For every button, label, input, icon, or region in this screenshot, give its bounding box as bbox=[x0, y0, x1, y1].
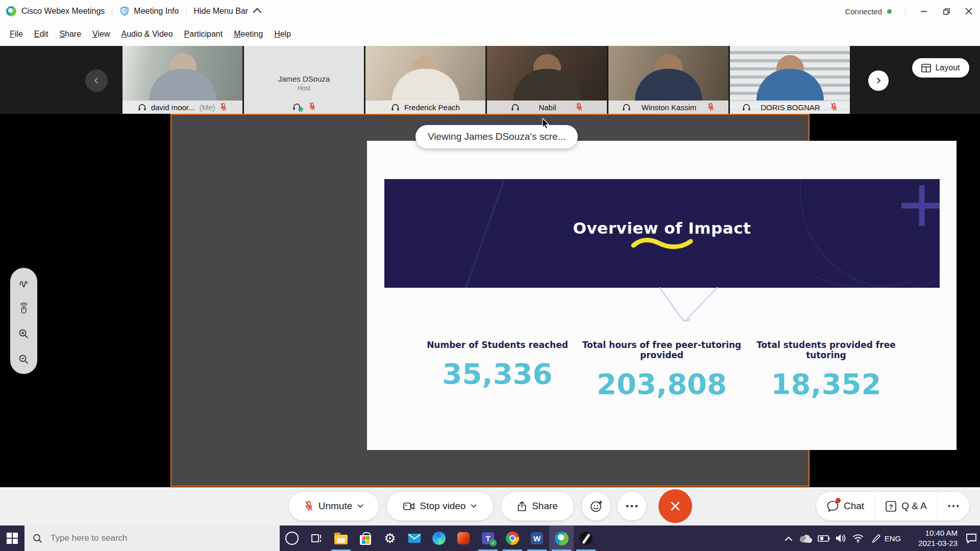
stop-video-button[interactable]: Stop video bbox=[386, 491, 494, 521]
mail-button[interactable] bbox=[402, 525, 427, 551]
stop-video-label: Stop video bbox=[420, 500, 466, 512]
reactions-button[interactable] bbox=[581, 491, 611, 521]
smiley-plus-icon bbox=[590, 500, 603, 513]
office-button[interactable] bbox=[451, 525, 476, 551]
menu-file[interactable]: File bbox=[4, 27, 29, 42]
chevron-down-icon bbox=[357, 504, 363, 508]
participant-tile-doris[interactable]: DORIS BOGNAR bbox=[730, 46, 850, 114]
participant-tile-david[interactable]: david moor... (Me) bbox=[122, 46, 242, 114]
participant-tile-james[interactable]: James DSouza Host bbox=[244, 46, 364, 114]
file-explorer-button[interactable] bbox=[329, 525, 353, 551]
onedrive-button[interactable] bbox=[797, 525, 815, 551]
menu-bar: File Edit Share View Audio & Video Parti… bbox=[0, 22, 980, 46]
restore-button[interactable] bbox=[935, 0, 958, 22]
presentation-slide: Overview of Impact Number of Students re… bbox=[367, 141, 957, 450]
search-input[interactable] bbox=[50, 533, 256, 544]
chevron-up-icon bbox=[785, 536, 792, 541]
menu-participant[interactable]: Participant bbox=[179, 27, 229, 42]
filmstrip-next-button[interactable] bbox=[868, 70, 889, 91]
remote-mouse-icon bbox=[18, 303, 29, 314]
settings-button[interactable]: ⚙ bbox=[378, 525, 402, 551]
menu-share[interactable]: Share bbox=[54, 27, 87, 42]
edge-button[interactable] bbox=[427, 525, 451, 551]
menu-view[interactable]: View bbox=[87, 27, 115, 42]
action-center-button[interactable] bbox=[963, 525, 980, 551]
shared-screen-region: Overview of Impact Number of Students re… bbox=[170, 114, 810, 487]
ellipsis-icon bbox=[626, 505, 638, 508]
menu-audio-video[interactable]: Audio & Video bbox=[115, 27, 178, 42]
participant-name: James DSouza bbox=[278, 74, 330, 83]
chrome-button[interactable] bbox=[500, 525, 525, 551]
share-icon bbox=[517, 501, 527, 512]
shared-screen-stage: Overview of Impact Number of Students re… bbox=[0, 114, 980, 487]
shield-icon bbox=[119, 6, 130, 16]
layout-grid-icon bbox=[921, 64, 931, 72]
volume-button[interactable] bbox=[832, 525, 849, 551]
leave-meeting-button[interactable] bbox=[658, 489, 692, 523]
participant-tile-winston[interactable]: Winston Kassim bbox=[608, 46, 728, 114]
tray-expand-button[interactable] bbox=[780, 525, 797, 551]
teams-button[interactable]: T ✓ bbox=[476, 525, 500, 551]
slide-decoration-lines bbox=[655, 287, 722, 323]
minimize-button[interactable] bbox=[913, 0, 935, 22]
stat-students-tutored: Total students provided free tutoring 18… bbox=[747, 340, 906, 400]
language-label: ENG bbox=[885, 534, 901, 543]
share-button[interactable]: Share bbox=[501, 491, 574, 521]
taskbar-clock[interactable]: 10:40 AM 2021-03-23 bbox=[909, 528, 958, 549]
menu-edit[interactable]: Edit bbox=[29, 27, 54, 42]
panel-buttons-group: Chat ? Q & A bbox=[816, 491, 970, 521]
webex-logo-icon bbox=[6, 6, 16, 16]
remote-control-button[interactable] bbox=[18, 302, 30, 314]
participant-tile-frederick[interactable]: Frederick Peach bbox=[365, 46, 485, 114]
zoom-in-button[interactable] bbox=[18, 328, 30, 340]
store-icon bbox=[360, 535, 371, 545]
more-options-button[interactable] bbox=[617, 491, 647, 521]
layout-label: Layout bbox=[935, 63, 960, 72]
date-label: 2021-03-23 bbox=[909, 538, 958, 548]
muted-mic-icon bbox=[304, 500, 313, 512]
word-icon: W bbox=[531, 532, 543, 544]
chrome-icon bbox=[506, 532, 519, 545]
layout-button[interactable]: Layout bbox=[912, 58, 969, 78]
qa-button[interactable]: ? Q & A bbox=[874, 492, 937, 520]
muted-mic-icon bbox=[830, 103, 838, 112]
chat-notification-dot bbox=[836, 498, 841, 503]
restore-icon bbox=[943, 8, 950, 15]
ink-app-button[interactable] bbox=[574, 525, 598, 551]
participant-name: Winston Kassim bbox=[642, 103, 697, 112]
headset-icon bbox=[742, 104, 751, 111]
pen-settings-button[interactable] bbox=[867, 525, 884, 551]
more-panels-button[interactable] bbox=[937, 492, 969, 520]
hide-menu-bar-button[interactable]: Hide Menu Bar bbox=[193, 7, 261, 16]
annotate-button[interactable] bbox=[18, 276, 30, 288]
share-label: Share bbox=[532, 500, 558, 512]
windows-taskbar: ⚙ T ✓ W bbox=[0, 525, 980, 551]
viewing-screen-banner: Viewing James DSouza's scre... bbox=[415, 125, 578, 148]
headset-icon bbox=[391, 104, 400, 111]
webex-taskbar-button[interactable] bbox=[549, 525, 574, 551]
zoom-out-button[interactable] bbox=[18, 354, 30, 366]
close-button[interactable] bbox=[958, 0, 980, 22]
pen-icon bbox=[870, 533, 880, 543]
microsoft-store-button[interactable] bbox=[353, 525, 378, 551]
gear-icon: ⚙ bbox=[384, 532, 396, 545]
stat-label: Total students provided free tutoring bbox=[747, 340, 906, 360]
word-button[interactable]: W bbox=[525, 525, 549, 551]
taskbar-search[interactable] bbox=[24, 525, 280, 551]
onedrive-cloud-icon bbox=[799, 534, 813, 543]
chat-button[interactable]: Chat bbox=[816, 492, 874, 520]
menu-meeting[interactable]: Meeting bbox=[228, 27, 268, 42]
start-button[interactable] bbox=[0, 525, 24, 551]
network-button[interactable] bbox=[849, 525, 867, 551]
unmute-button[interactable]: Unmute bbox=[288, 491, 379, 521]
meeting-info-button[interactable]: Meeting Info bbox=[119, 6, 179, 16]
webex-audio-icon bbox=[299, 107, 303, 112]
language-indicator[interactable]: ENG bbox=[884, 525, 901, 551]
filmstrip-prev-button[interactable] bbox=[85, 69, 108, 92]
cortana-button[interactable] bbox=[280, 525, 304, 551]
task-view-button[interactable] bbox=[304, 525, 329, 551]
muted-mic-icon bbox=[575, 103, 583, 112]
power-status-button[interactable] bbox=[815, 525, 832, 551]
participant-tile-nabil[interactable]: Nabil bbox=[487, 46, 607, 114]
menu-help[interactable]: Help bbox=[268, 27, 297, 42]
